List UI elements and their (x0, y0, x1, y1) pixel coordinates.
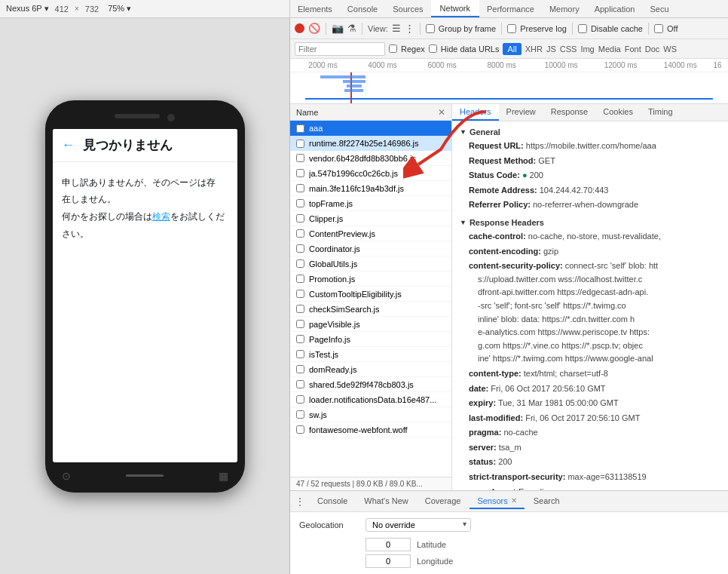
file-item-fontawesome[interactable]: fontawesome-webfont.woff (290, 422, 451, 437)
file-checkbox-pageinfo[interactable] (296, 335, 304, 343)
record-button[interactable] (295, 23, 304, 33)
file-checkbox-aaa[interactable] (296, 124, 304, 133)
file-item-istest[interactable]: isTest.js (290, 347, 451, 362)
file-item-contentpreview[interactable]: ContentPreview.js (290, 226, 451, 241)
file-item-pageinfo[interactable]: PageInfo.js (290, 332, 451, 347)
bottom-tab-whatsnew[interactable]: What's New (356, 494, 415, 509)
tab-network[interactable]: Network (431, 0, 479, 17)
file-checkbox-globalutils[interactable] (296, 259, 304, 268)
detail-tab-response[interactable]: Response (543, 104, 596, 121)
file-checkbox-istest[interactable] (296, 350, 304, 358)
file-item-runtime[interactable]: runtime.8f2274b25e146986.js (290, 136, 451, 151)
disable-cache-checkbox[interactable] (578, 24, 587, 33)
file-checkbox-contentpreview[interactable] (296, 229, 304, 238)
file-item-globalutils[interactable]: GlobalUtils.js (290, 256, 451, 272)
tab-sources[interactable]: Sources (385, 0, 430, 17)
tl-label-2: 4000 ms (353, 61, 412, 69)
tab-security[interactable]: Secu (642, 0, 676, 17)
filter-all-btn[interactable]: All (503, 43, 521, 55)
view-list-icon[interactable]: ☰ (392, 23, 401, 34)
bottom-tab-search[interactable]: Search (526, 494, 567, 509)
filter-xhr[interactable]: XHR (525, 45, 543, 54)
rh-sts: strict-transport-security: max-age=63113… (469, 471, 720, 484)
file-checkbox-pagevisible[interactable] (296, 320, 304, 328)
filter-css[interactable]: CSS (560, 45, 577, 54)
file-checkbox-topframe[interactable] (296, 199, 304, 207)
file-checkbox-main[interactable] (296, 184, 304, 192)
detail-tab-timing[interactable]: Timing (641, 104, 681, 121)
filter-media[interactable]: Media (598, 45, 621, 54)
file-item-clipper[interactable]: Clipper.js (290, 211, 451, 226)
offline-checkbox[interactable] (654, 24, 663, 33)
file-checkbox-promotion[interactable] (296, 275, 304, 283)
bottom-tab-sensors[interactable]: Sensors ✕ (470, 494, 524, 509)
prop-status-code: Status Code: ● 200 (469, 169, 720, 183)
detail-tab-preview[interactable]: Preview (499, 104, 543, 121)
file-item-pagevisible[interactable]: pageVisible.js (290, 317, 451, 332)
filter-ws[interactable]: WS (663, 45, 677, 54)
bottom-tab-coverage[interactable]: Coverage (418, 494, 469, 509)
file-checkbox-domready[interactable] (296, 365, 304, 373)
filter-button[interactable]: ⚗ (347, 23, 356, 34)
filter-img[interactable]: Img (580, 45, 594, 54)
file-checkbox-clipper[interactable] (296, 214, 304, 223)
three-dots-icon[interactable]: ⋮ (295, 496, 305, 508)
filter-doc[interactable]: Doc (645, 45, 660, 54)
filter-js[interactable]: JS (546, 45, 556, 54)
tab-elements[interactable]: Elements (290, 0, 340, 17)
longitude-input[interactable] (366, 554, 411, 568)
camera-button[interactable]: 📷 (332, 23, 344, 34)
tab-console[interactable]: Console (340, 0, 385, 17)
filter-font[interactable]: Font (625, 45, 641, 54)
file-checkbox-shared[interactable] (296, 380, 304, 388)
tab-application[interactable]: Application (587, 0, 643, 17)
file-item-sw[interactable]: sw.js (290, 407, 451, 422)
regex-checkbox[interactable] (389, 45, 397, 53)
view-waterfall-icon[interactable]: ⋮ (405, 23, 414, 34)
file-checkbox-checksimsearch[interactable] (296, 305, 304, 313)
hide-data-label: Hide data URLs (441, 45, 500, 54)
file-checkbox-runtime[interactable] (296, 140, 304, 148)
file-checkbox-sw[interactable] (296, 410, 304, 419)
search-link[interactable]: 検索 (152, 211, 170, 222)
prop-key-method: Request Method: (469, 156, 536, 165)
file-item-ja[interactable]: ja.547b1996cc0c26cb.js (290, 166, 451, 181)
filter-input[interactable] (295, 42, 385, 56)
tl-bar-3 (347, 84, 362, 87)
back-arrow-icon[interactable]: ← (62, 137, 75, 153)
clear-button[interactable]: 🚫 (308, 23, 320, 35)
screen-header: ← 見つかりません (53, 129, 237, 162)
file-checkbox-customtooltip[interactable] (296, 290, 304, 298)
file-checkbox-fontawesome[interactable] (296, 425, 304, 434)
bottom-tab-console[interactable]: Console (310, 494, 355, 509)
file-item-vendor[interactable]: vendor.6b428dfd8b830bb6.js (290, 151, 451, 166)
file-item-domready[interactable]: domReady.js (290, 362, 451, 377)
hide-data-checkbox[interactable] (429, 45, 437, 53)
latitude-input[interactable] (366, 538, 411, 551)
tab-memory[interactable]: Memory (542, 0, 587, 17)
file-checkbox-ja[interactable] (296, 169, 304, 177)
file-item-customtooltip[interactable]: CustomTooltipEligibility.js (290, 287, 451, 302)
file-item-shared[interactable]: shared.5de92f9f478cb803.js (290, 377, 451, 392)
group-by-frame-checkbox[interactable] (426, 24, 435, 33)
sensors-tab-close[interactable]: ✕ (511, 496, 517, 505)
geolocation-select[interactable]: No override Custom location Berlin Londo… (366, 518, 471, 532)
file-item-topframe[interactable]: topFrame.js (290, 196, 451, 211)
file-checkbox-coordinator[interactable] (296, 244, 304, 253)
detail-tab-headers[interactable]: Headers (452, 104, 499, 121)
file-checkbox-loader[interactable] (296, 395, 304, 404)
zoom-selector[interactable]: 75% ▾ (108, 4, 131, 14)
file-item-loader[interactable]: loader.notificationsData.b16e487... (290, 392, 451, 407)
close-x-btn[interactable]: ✕ (438, 107, 445, 118)
file-item-promotion[interactable]: Promotion.js (290, 272, 451, 287)
device-selector[interactable]: Nexus 6P ▾ (6, 4, 49, 14)
tab-performance[interactable]: Performance (479, 0, 542, 17)
file-item-main[interactable]: main.3fe116fc19a4b3df.js (290, 181, 451, 196)
detail-tab-cookies[interactable]: Cookies (595, 104, 641, 121)
preserve-log-checkbox[interactable] (507, 24, 516, 33)
file-item-checksimsearch[interactable]: checkSimSearch.js (290, 302, 451, 317)
file-checkbox-vendor[interactable] (296, 154, 304, 162)
file-name-pageinfo: PageInfo.js (309, 335, 350, 344)
file-item-coordinator[interactable]: Coordinator.js (290, 241, 451, 256)
file-item-aaa[interactable]: aaa (290, 121, 451, 136)
